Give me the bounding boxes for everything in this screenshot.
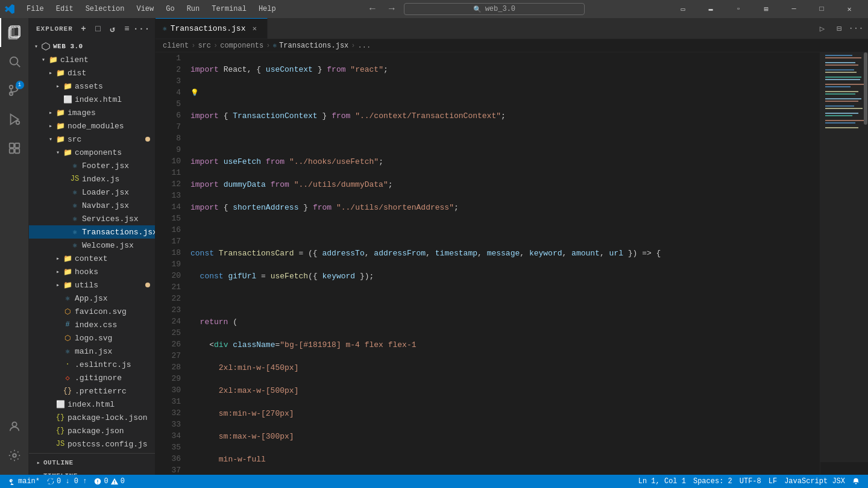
vscode-icon — [5, 4, 14, 14]
status-errors[interactable]: 0 0 — [90, 475, 128, 488]
status-position[interactable]: Ln 1, Col 1 — [635, 475, 690, 488]
tree-file-navbar-jsx[interactable]: ▸ ⚛ Navbar.jsx — [29, 199, 155, 212]
collapse-all-button[interactable]: ≡ — [121, 23, 133, 35]
tree-file-app-jsx[interactable]: ▸ ⚛ App.jsx — [29, 292, 155, 305]
status-branch[interactable]: main* — [5, 475, 43, 488]
more-tab-actions-button[interactable]: ··· — [849, 21, 863, 36]
tree-folder-src[interactable]: ▾ 📁 src — [29, 133, 155, 146]
status-branch-name: main* — [18, 477, 40, 486]
svg-rect-23 — [825, 77, 861, 78]
breadcrumb-client[interactable]: client — [163, 42, 189, 50]
nav-forward-button[interactable]: → — [385, 2, 399, 16]
activity-source-control[interactable]: 1 — [0, 76, 29, 105]
close-button[interactable]: ✕ — [835, 0, 863, 18]
svg-rect-17 — [825, 55, 852, 56]
tree-folder-images[interactable]: ▸ 📁 images — [29, 106, 155, 119]
tree-file-transactions-jsx[interactable]: ▸ ⚛ Transactions.jsx — [29, 225, 155, 239]
tree-folder-dist[interactable]: ▸ 📁 dist — [29, 66, 155, 80]
layout-panel-toggle[interactable]: ▬ — [697, 0, 725, 18]
tree-file-gitignore[interactable]: ▸ ◇ .gitignore — [29, 371, 155, 384]
more-options-button[interactable]: ··· — [136, 23, 148, 35]
tab-close-button[interactable]: ✕ — [249, 23, 260, 34]
tree-root-web30[interactable]: ▾ WEB 3.0 — [29, 40, 155, 53]
maximize-button[interactable]: □ — [808, 0, 835, 18]
menu-view[interactable]: View — [131, 4, 159, 14]
menu-edit[interactable]: Edit — [51, 4, 78, 14]
new-file-button[interactable]: + — [78, 23, 90, 35]
timeline-section[interactable]: ▸ TIMELINE — [29, 469, 155, 475]
tree-file-main-jsx[interactable]: ▸ ⚛ main.jsx — [29, 345, 155, 358]
svg-rect-26 — [825, 86, 851, 87]
status-spaces[interactable]: Spaces: 2 — [690, 475, 736, 488]
tree-file-services-jsx[interactable]: ▸ ⚛ Services.jsx — [29, 212, 155, 225]
breadcrumb-more[interactable]: ... — [358, 42, 371, 50]
tree-file-loader-jsx[interactable]: ▸ ⚛ Loader.jsx — [29, 186, 155, 199]
breadcrumb-src[interactable]: src — [198, 42, 211, 50]
tree-file-package-lock[interactable]: ▸ {} package-lock.json — [29, 411, 155, 424]
tree-folder-client[interactable]: ▾ 📁 client — [29, 53, 155, 66]
tree-file-index-js[interactable]: ▸ JS index.js — [29, 172, 155, 186]
split-editor-button[interactable]: ⊟ — [832, 21, 846, 36]
status-language[interactable]: JavaScript JSX — [781, 475, 849, 488]
status-sync[interactable]: 0 ↓ 0 ↑ — [43, 475, 90, 488]
svg-rect-24 — [825, 79, 860, 80]
nav-back-button[interactable]: ← — [365, 2, 380, 16]
breadcrumb-components[interactable]: components — [220, 42, 263, 50]
activity-explorer[interactable] — [0, 18, 29, 47]
layout-editor-toggle[interactable]: ▫ — [725, 0, 752, 18]
status-line-ending-text: LF — [769, 477, 777, 486]
window-controls: ▭ ▬ ▫ ⊞ ─ □ ✕ — [669, 0, 863, 18]
activity-extensions[interactable] — [0, 134, 29, 163]
tree-file-index-css[interactable]: ▸ # index.css — [29, 318, 155, 331]
activity-account[interactable] — [0, 412, 29, 441]
status-encoding[interactable]: UTF-8 — [736, 475, 765, 488]
tree-folder-assets[interactable]: ▸ 📁 assets — [29, 80, 155, 93]
menu-terminal[interactable]: Terminal — [207, 4, 251, 14]
tree-folder-components[interactable]: ▾ 📁 components — [29, 146, 155, 159]
activity-search[interactable] — [0, 47, 29, 76]
svg-rect-38 — [864, 52, 867, 125]
tree-file-dist-index-html[interactable]: ▸ ⬜ index.html — [29, 93, 155, 106]
menu-file[interactable]: File — [22, 4, 49, 14]
tree-file-package-json[interactable]: ▸ {} package.json — [29, 424, 155, 437]
tree-folder-hooks[interactable]: ▸ 📁 hooks — [29, 265, 155, 278]
menu-selection[interactable]: Selection — [81, 4, 130, 14]
refresh-explorer-button[interactable]: ↺ — [107, 23, 119, 35]
sidebar-header-icons: + □ ↺ ≡ ··· — [78, 23, 148, 35]
outline-section[interactable]: ▸ OUTLINE — [29, 456, 155, 469]
tree-file-welcome-jsx[interactable]: ▸ ⚛ Welcome.jsx — [29, 239, 155, 252]
run-code-button[interactable]: ▷ — [815, 21, 829, 36]
tree-file-footer-jsx[interactable]: ▸ ⚛ Footer.jsx — [29, 159, 155, 172]
menu-go[interactable]: Go — [161, 4, 179, 14]
new-folder-button[interactable]: □ — [92, 23, 104, 35]
layout-custom-toggle[interactable]: ⊞ — [752, 0, 780, 18]
tree-file-logo-svg[interactable]: ▸ ⬡ logo.svg — [29, 331, 155, 345]
tree-folder-context[interactable]: ▸ 📁 context — [29, 252, 155, 265]
code-content[interactable]: import React, { useContext } from "react… — [186, 52, 820, 475]
svg-point-2 — [10, 57, 17, 65]
svg-point-8 — [16, 121, 19, 125]
status-bell[interactable] — [849, 475, 863, 488]
tab-transactions-jsx[interactable]: ⚛ Transactions.jsx ✕ — [156, 18, 268, 39]
svg-rect-31 — [825, 105, 854, 107]
layout-sidebar-toggle[interactable]: ▭ — [669, 0, 697, 18]
tree-file-postcss-config[interactable]: ▸ JS postcss.config.js — [29, 437, 155, 451]
tree-file-client-index-html[interactable]: ▸ ⬜ index.html — [29, 398, 155, 411]
svg-rect-21 — [825, 69, 854, 70]
tree-file-eslintrc[interactable]: ▸ · .eslintrc.js — [29, 358, 155, 371]
menu-help[interactable]: Help — [254, 4, 281, 14]
status-line-ending[interactable]: LF — [765, 475, 781, 488]
tree-file-favicon-svg[interactable]: ▸ ⬡ favicon.svg — [29, 305, 155, 318]
minimize-button[interactable]: ─ — [780, 0, 808, 18]
tree-file-prettierrc[interactable]: ▸ {} .prettierrc — [29, 384, 155, 398]
svg-point-14 — [13, 454, 16, 457]
activity-bar-bottom — [0, 412, 29, 475]
breadcrumb-transactions-jsx[interactable]: Transactions.jsx — [279, 42, 348, 50]
svg-rect-30 — [825, 101, 858, 102]
menu-run[interactable]: Run — [182, 4, 205, 14]
tree-folder-node-modules[interactable]: ▸ 📁 node_modules — [29, 119, 155, 133]
tree-folder-utils[interactable]: ▸ 📁 utils — [29, 278, 155, 292]
title-search[interactable]: 🔍 web_3.0 — [404, 3, 585, 15]
activity-settings[interactable] — [0, 441, 29, 470]
activity-run-debug[interactable] — [0, 105, 29, 134]
